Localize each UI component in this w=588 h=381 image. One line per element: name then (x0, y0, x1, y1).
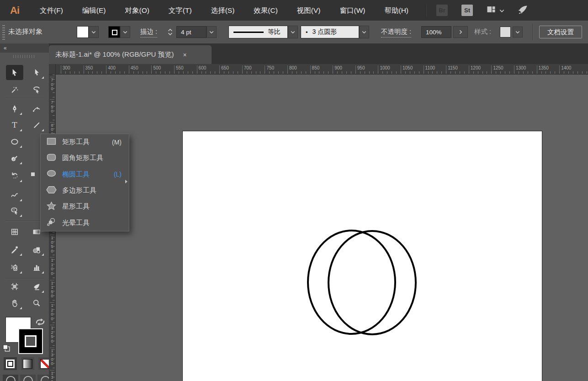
panel-grip[interactable] (13, 55, 36, 58)
fill-color-swatch[interactable] (77, 26, 89, 38)
flyout-item-polygon[interactable]: 多边形工具 (41, 182, 129, 199)
color-mode-button[interactable] (4, 357, 17, 370)
v-ruler-tick: 1350 (50, 370, 54, 381)
menu-effect[interactable]: 效果(C) (244, 0, 287, 21)
menu-edit[interactable]: 编辑(E) (73, 0, 116, 21)
horizontal-ruler: 3003504004505005506006507007508008509009… (56, 64, 588, 75)
flyout-item-flare[interactable]: 光晕工具 (41, 215, 129, 231)
gradient-mode-button[interactable] (21, 357, 34, 370)
rectangle-icon (46, 137, 57, 147)
panel-collapse-header[interactable]: « (0, 43, 49, 53)
shaper-tool[interactable] (6, 150, 23, 166)
h-ruler-tick: 1050 (401, 65, 413, 73)
menu-select[interactable]: 选择(S) (201, 0, 244, 21)
fill-color-dropdown[interactable] (89, 26, 99, 38)
stroke-color-swatch[interactable] (108, 26, 120, 38)
brush-definition-label: 3 点圆形 (313, 28, 337, 36)
stroke-weight-label[interactable]: 描边 : (140, 27, 157, 38)
magic-wand-tool[interactable] (6, 82, 23, 97)
slice-tool[interactable] (28, 279, 45, 294)
curvature-tool[interactable] (28, 101, 45, 116)
collapse-panel-icon[interactable]: « (4, 45, 7, 51)
menu-file[interactable]: 文件(F) (30, 0, 73, 21)
menu-object[interactable]: 对象(O) (115, 0, 159, 21)
symbol-sprayer-tool[interactable] (6, 260, 23, 275)
panel-drag-handle[interactable] (2, 24, 5, 40)
brush-definition-dropdown[interactable] (359, 26, 369, 38)
flyout-item-rounded-rectangle[interactable]: 圆角矩形工具 (41, 150, 129, 166)
width-tool[interactable] (6, 188, 23, 203)
h-ruler-tick: 1300 (514, 65, 526, 73)
h-ruler-tick: 900 (333, 65, 342, 73)
lasso-tool[interactable] (28, 82, 45, 97)
menu-type[interactable]: 文字(T) (159, 0, 201, 21)
brush-dot-preview: • (306, 29, 308, 36)
flyout-tearoff-icon[interactable] (125, 180, 127, 183)
menu-help[interactable]: 帮助(H) (375, 0, 418, 21)
gpu-performance-icon[interactable] (517, 5, 528, 16)
flyout-item-star[interactable]: 星形工具 (41, 199, 129, 215)
flyout-item-rectangle[interactable]: 矩形工具(M) (41, 134, 129, 150)
zoom-tool[interactable] (28, 295, 45, 311)
default-fill-stroke-icon[interactable] (3, 344, 11, 354)
style-dropdown[interactable] (513, 27, 523, 38)
h-ruler-tick: 550 (174, 65, 184, 73)
eyedropper-tool[interactable] (6, 242, 23, 257)
mesh-tool[interactable] (6, 224, 23, 239)
stroke-weight-dropdown[interactable] (207, 26, 217, 38)
document-tab[interactable]: 未标题-1.ai* @ 100% (RGB/GPU 预览) × (49, 45, 212, 64)
stroke-weight-field[interactable]: 4 pt (176, 26, 207, 38)
draw-behind-mode[interactable] (20, 375, 36, 381)
line-segment-tool[interactable] (28, 118, 45, 133)
stroke-weight-stepper[interactable] (166, 26, 174, 38)
stroke-profile-dropdown[interactable] (288, 26, 298, 38)
h-ruler-tick: 1400 (559, 65, 571, 73)
style-swatch[interactable] (500, 27, 511, 38)
canvas-area[interactable] (56, 75, 588, 381)
ellipse-tool[interactable] (6, 134, 23, 149)
v-ruler-tick: 1150 (50, 280, 54, 299)
type-tool[interactable]: T (6, 118, 23, 133)
tab-close-icon[interactable]: × (183, 51, 186, 59)
stroke-profile-field[interactable]: 等比 (228, 26, 288, 38)
h-ruler-tick: 350 (84, 65, 93, 73)
puppet-warp-tool[interactable] (6, 203, 23, 218)
brush-definition-field[interactable]: • 3 点圆形 (301, 26, 359, 38)
h-ruler-tick: 400 (106, 65, 116, 73)
selection-tool[interactable] (6, 65, 23, 80)
h-ruler-tick: 750 (265, 65, 274, 73)
pen-tool[interactable] (6, 101, 23, 116)
rotate-tool[interactable] (6, 168, 23, 183)
stroke-color-dropdown[interactable] (120, 26, 130, 38)
h-ruler-tick: 300 (61, 65, 70, 73)
control-bar: 未选择对象 描边 : 4 pt 等比 • 3 点圆形 不透明度 : 100% 样… (0, 21, 588, 44)
stroke-proxy-swatch[interactable] (18, 328, 43, 354)
v-ruler-tick: 1100 (50, 257, 54, 276)
app-logo: Ai (5, 4, 24, 17)
opacity-dropdown[interactable] (453, 26, 468, 38)
column-graph-tool[interactable] (28, 260, 45, 275)
menu-window[interactable]: 窗口(W) (330, 0, 375, 21)
flyout-item-ellipse[interactable]: 椭圆工具(L) (41, 166, 129, 182)
hand-tool[interactable] (6, 295, 23, 311)
blend-tool[interactable] (28, 242, 45, 257)
draw-normal-mode[interactable] (3, 375, 18, 381)
flare-icon (46, 218, 57, 228)
h-ruler-tick: 1100 (424, 65, 435, 73)
bridge-button[interactable]: Br (436, 5, 448, 16)
stock-button[interactable]: St (461, 5, 473, 16)
direct-selection-tool[interactable] (28, 65, 45, 80)
v-ruler-tick: 1200 (50, 302, 54, 321)
workspace-switcher-icon[interactable] (487, 5, 496, 15)
style-label: 样式 : (474, 27, 491, 36)
swap-fill-stroke-icon[interactable] (35, 318, 46, 328)
chevron-down-icon[interactable] (499, 6, 504, 15)
toolbar-separator (5, 278, 44, 279)
artboard-tool[interactable] (6, 279, 23, 294)
document-setup-button[interactable]: 文档设置 (539, 26, 582, 38)
opacity-label[interactable]: 不透明度 : (381, 27, 411, 38)
shape-tools-flyout: 矩形工具(M)圆角矩形工具椭圆工具(L)多边形工具星形工具光晕工具 (40, 134, 129, 231)
opacity-field[interactable]: 100% (421, 26, 451, 38)
h-ruler-tick: 700 (242, 65, 252, 73)
menu-view[interactable]: 视图(V) (287, 0, 330, 21)
